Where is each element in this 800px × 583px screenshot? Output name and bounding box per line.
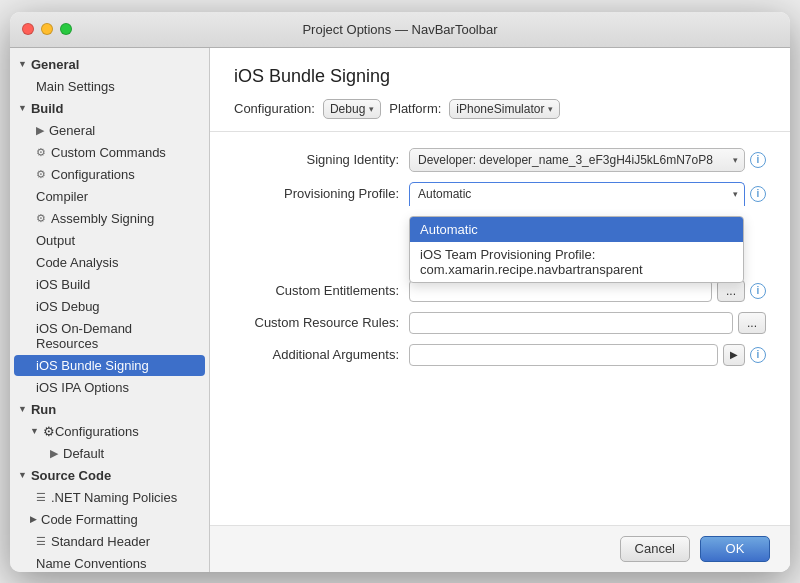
provisioning-info-icon: i: [757, 188, 760, 199]
provisioning-profile-select[interactable]: Automatic ▾: [409, 182, 745, 206]
additional-info-icon: i: [757, 349, 760, 360]
assembly-signing-icon: ⚙: [36, 212, 46, 225]
net-naming-icon: ☰: [36, 491, 46, 504]
sidebar-item-main-settings[interactable]: Main Settings: [14, 76, 205, 97]
sidebar-section-run[interactable]: ▼ Run: [10, 399, 209, 420]
sidebar-general-label: General: [31, 57, 79, 72]
sidebar-section-source-code[interactable]: ▼ Source Code: [10, 465, 209, 486]
signing-identity-arrow-icon: ▾: [733, 155, 738, 165]
general-arrow: ▼: [18, 59, 27, 69]
dropdown-item-automatic[interactable]: Automatic: [410, 217, 743, 242]
dropdown-item-ios-team[interactable]: iOS Team Provisioning Profile: com.xamar…: [410, 242, 743, 282]
platform-dropdown[interactable]: iPhoneSimulator ▾: [449, 99, 560, 119]
signing-identity-info-button[interactable]: i: [750, 152, 766, 168]
sidebar-name-conventions[interactable]: Name Conventions: [14, 553, 205, 572]
config-value: Debug: [330, 102, 365, 116]
ios-ipa-options-label: iOS IPA Options: [36, 380, 129, 395]
window-title: Project Options — NavBarToolbar: [302, 22, 497, 37]
main-window: Project Options — NavBarToolbar ▼ Genera…: [10, 12, 790, 572]
sidebar-item-assembly-signing[interactable]: ⚙ Assembly Signing: [14, 208, 205, 229]
custom-entitlements-info-button[interactable]: i: [750, 283, 766, 299]
compiler-label: Compiler: [36, 189, 88, 204]
standard-header-icon: ☰: [36, 535, 46, 548]
code-formatting-label: Code Formatting: [41, 512, 138, 527]
provisioning-profile-row: Provisioning Profile: Automatic ▾ i Auto…: [234, 182, 766, 206]
custom-resource-rules-input[interactable]: [409, 312, 733, 334]
sidebar-net-naming[interactable]: ☰ .NET Naming Policies: [14, 487, 205, 508]
sidebar-build-label: Build: [31, 101, 64, 116]
source-code-arrow: ▼: [18, 470, 27, 480]
name-conventions-label: Name Conventions: [36, 556, 147, 571]
provisioning-arrow-icon: ▾: [733, 189, 738, 199]
sidebar-item-code-analysis[interactable]: Code Analysis: [14, 252, 205, 273]
general-build-icon: ▶: [36, 124, 44, 137]
cancel-button[interactable]: Cancel: [620, 536, 690, 562]
sidebar: ▼ General Main Settings ▼ Build ▶ Genera…: [10, 48, 210, 572]
config-dropdown[interactable]: Debug ▾: [323, 99, 381, 119]
footer: Cancel OK: [210, 525, 790, 572]
close-button[interactable]: [22, 23, 34, 35]
custom-commands-icon: ⚙: [36, 146, 46, 159]
output-label: Output: [36, 233, 75, 248]
signing-identity-label: Signing Identity:: [234, 152, 409, 167]
signing-identity-value: Developer: developer_name_3_eF3gH4iJ5kL6…: [418, 153, 713, 167]
sidebar-item-ios-build[interactable]: iOS Build: [14, 274, 205, 295]
custom-entitlements-browse-button[interactable]: ...: [717, 280, 745, 302]
page-title: iOS Bundle Signing: [234, 66, 766, 87]
custom-resource-rules-browse-button[interactable]: ...: [738, 312, 766, 334]
custom-entitlements-input[interactable]: [409, 280, 712, 302]
provisioning-selected-value: Automatic: [418, 187, 471, 201]
ok-button[interactable]: OK: [700, 536, 770, 562]
sidebar-item-ios-ipa-options[interactable]: iOS IPA Options: [14, 377, 205, 398]
sidebar-item-ios-bundle-signing[interactable]: iOS Bundle Signing: [14, 355, 205, 376]
sidebar-item-compiler[interactable]: Compiler: [14, 186, 205, 207]
info-icon: i: [757, 154, 760, 165]
additional-arguments-row: Additional Arguments: ▶ i: [234, 344, 766, 366]
sidebar-run-configurations[interactable]: ▼ ⚙ Configurations: [14, 421, 205, 442]
additional-arguments-input[interactable]: [409, 344, 718, 366]
general-build-label: General: [49, 123, 95, 138]
signing-identity-select[interactable]: Developer: developer_name_3_eF3gH4iJ5kL6…: [409, 148, 745, 172]
ios-build-label: iOS Build: [36, 277, 90, 292]
standard-header-label: Standard Header: [51, 534, 150, 549]
additional-arguments-control: ▶ i: [409, 344, 766, 366]
signing-identity-row: Signing Identity: Developer: developer_n…: [234, 148, 766, 172]
assembly-signing-label: Assembly Signing: [51, 211, 154, 226]
window-controls: [22, 23, 72, 35]
sidebar-run-label: Run: [31, 402, 56, 417]
sidebar-code-formatting[interactable]: ▶ Code Formatting: [14, 509, 205, 530]
platform-label: Platform:: [389, 101, 441, 116]
custom-resource-rules-label: Custom Resource Rules:: [234, 315, 409, 330]
run-default-icon: ▶: [50, 447, 58, 460]
run-arrow: ▼: [18, 404, 27, 414]
additional-arguments-info-button[interactable]: i: [750, 347, 766, 363]
build-arrow: ▼: [18, 103, 27, 113]
ios-bundle-signing-label: iOS Bundle Signing: [36, 358, 149, 373]
provisioning-info-button[interactable]: i: [750, 186, 766, 202]
sidebar-item-output[interactable]: Output: [14, 230, 205, 251]
run-configs-arrow: ▼: [30, 426, 39, 436]
additional-arguments-play-button[interactable]: ▶: [723, 344, 745, 366]
sidebar-section-build[interactable]: ▼ Build: [10, 98, 209, 119]
ios-debug-label: iOS Debug: [36, 299, 100, 314]
net-naming-label: .NET Naming Policies: [51, 490, 177, 505]
maximize-button[interactable]: [60, 23, 72, 35]
sidebar-item-ios-on-demand[interactable]: iOS On-Demand Resources: [14, 318, 205, 354]
run-configs-label: Configurations: [55, 424, 139, 439]
sidebar-section-general[interactable]: ▼ General: [10, 54, 209, 75]
sidebar-run-default[interactable]: ▶ Default: [14, 443, 205, 464]
play-icon: ▶: [730, 349, 738, 360]
additional-arguments-label: Additional Arguments:: [234, 347, 409, 362]
sidebar-item-custom-commands[interactable]: ⚙ Custom Commands: [14, 142, 205, 163]
sidebar-source-code-label: Source Code: [31, 468, 111, 483]
sidebar-item-configurations[interactable]: ⚙ Configurations: [14, 164, 205, 185]
configurations-label: Configurations: [51, 167, 135, 182]
custom-resource-rules-row: Custom Resource Rules: ...: [234, 312, 766, 334]
titlebar: Project Options — NavBarToolbar: [10, 12, 790, 48]
run-default-label: Default: [63, 446, 104, 461]
minimize-button[interactable]: [41, 23, 53, 35]
custom-entitlements-row: Custom Entitlements: ... i: [234, 280, 766, 302]
sidebar-item-general[interactable]: ▶ General: [14, 120, 205, 141]
sidebar-standard-header[interactable]: ☰ Standard Header: [14, 531, 205, 552]
sidebar-item-ios-debug[interactable]: iOS Debug: [14, 296, 205, 317]
